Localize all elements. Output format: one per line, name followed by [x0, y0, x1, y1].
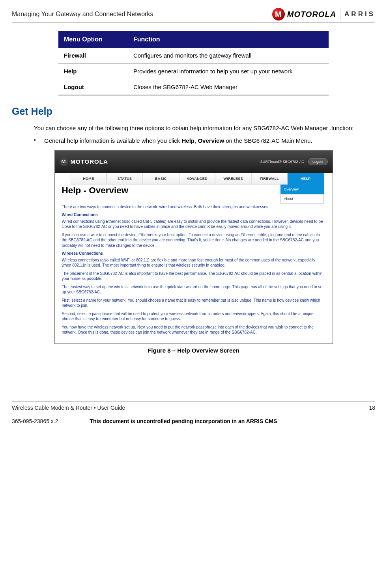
bullet-text: General help information is available wh…	[44, 137, 312, 145]
nav-firewall[interactable]: FIREWALL	[251, 173, 288, 185]
table-row: Help Provides general information to hel…	[58, 63, 329, 79]
nav-status[interactable]: STATUS	[107, 173, 143, 185]
page-footer: Wireless Cable Modem & Router • User Gui…	[12, 401, 375, 411]
cell-option: Firewall	[58, 48, 128, 63]
nav-home[interactable]: HOME	[71, 173, 107, 185]
ss-p-w2: If you can use a wire to connect the dev…	[62, 232, 325, 248]
ss-moto-mark-icon: M	[60, 157, 68, 166]
ss-p-wl3: The easiest way to set up the wireless n…	[62, 284, 325, 295]
ss-subnav: Help - Overview Overview About	[55, 185, 333, 203]
section-heading: Get Help	[12, 106, 375, 117]
footer-doc-title: Wireless Cable Modem & Router • User Gui…	[12, 405, 125, 411]
page-title: Managing Your Gateway and Connected Netw…	[12, 11, 153, 18]
ss-body: There are two ways to connect a device t…	[55, 203, 333, 343]
nav-basic[interactable]: BASIC	[143, 173, 179, 185]
nav-wireless[interactable]: WIRELESS	[215, 173, 251, 185]
ss-brand: M MOTOROLA	[60, 157, 108, 166]
bullet-item: • General help information is available …	[34, 137, 361, 145]
motorola-mark-icon: M	[272, 8, 285, 21]
bullet-text-pre: General help information is available wh…	[44, 137, 182, 144]
ss-p-wl6: You now have the wireless network set up…	[62, 325, 325, 335]
nav-help[interactable]: HELP	[288, 173, 324, 185]
ss-p-wl2: The placement of the SBG6782-AC is also …	[62, 271, 325, 282]
figure-caption: Figure 8 – Help Overview Screen	[12, 347, 375, 354]
nav-spacer	[324, 173, 333, 185]
help-overview-screenshot: M MOTOROLA SURFboard® SBG6782-AC Logout …	[54, 150, 333, 344]
nav-advanced[interactable]: ADVANCED	[179, 173, 215, 185]
bullet-text-post: on the SBG6782-AC Main Menu.	[224, 137, 312, 144]
ss-p-wl1: Wireless connections (also called Wi-Fi …	[62, 258, 325, 268]
table-row: Firewall Configures and monitors the gat…	[58, 48, 329, 63]
cell-function: Configures and monitors the gateway fire…	[128, 48, 329, 63]
bullet-dot-icon: •	[34, 137, 44, 145]
bullet-bold-overview: Overview	[198, 137, 224, 144]
footer-uncontrolled-msg: This document is uncontrolled pending in…	[90, 418, 277, 424]
ss-product-label: SURFboard® SBG6782-AC	[260, 160, 304, 164]
col-header-menu: Menu Option	[58, 31, 128, 48]
motorola-logo: M MOTOROLA	[272, 8, 336, 21]
cell-option: Logout	[58, 79, 128, 95]
cell-function: Closes the SBG6782-AC Web Manager	[128, 79, 329, 95]
footer-doc-number: 365-095-23865 x.2	[12, 418, 58, 424]
ss-topbar-right: SURFboard® SBG6782-AC Logout	[260, 158, 328, 165]
ss-p-wl4: First, select a name for your network. Y…	[62, 298, 325, 308]
ss-moto-word: MOTOROLA	[71, 158, 108, 165]
table-row: Logout Closes the SBG6782-AC Web Manager	[58, 79, 329, 95]
logo-divider	[340, 8, 340, 21]
nav-spacer	[55, 173, 71, 185]
arris-logo: ARRIS	[344, 10, 375, 18]
cell-function: Provides general information to help you…	[128, 63, 329, 79]
ss-subnav-col: Overview About	[280, 185, 324, 203]
logo-group: M MOTOROLA ARRIS	[272, 8, 375, 21]
ss-page-heading: Help - Overview	[62, 185, 273, 196]
cell-option: Help	[58, 63, 128, 79]
footer-page-number: 18	[369, 405, 375, 411]
ss-p-wl5: Second, select a passphrase that will be…	[62, 311, 325, 322]
intro-paragraph: You can choose any of the following thre…	[34, 124, 357, 132]
ss-h-wired: Wired Connections	[62, 212, 325, 218]
bullet-bold-help: Help	[182, 137, 195, 144]
col-header-function: Function	[128, 31, 329, 48]
menu-option-table: Menu Option Function Firewall Configures…	[58, 31, 329, 95]
subnav-overview[interactable]: Overview	[280, 185, 324, 194]
motorola-wordmark: MOTOROLA	[287, 10, 336, 19]
ss-h-wireless: Wireless Connections	[62, 251, 325, 256]
ss-nav-row: HOME STATUS BASIC ADVANCED WIRELESS FIRE…	[55, 173, 333, 185]
page-footer-2: 365-095-23865 x.2 This document is uncon…	[12, 418, 375, 424]
ss-intro-p: There are two ways to connect a device t…	[62, 204, 325, 210]
page-header: Managing Your Gateway and Connected Netw…	[12, 8, 375, 22]
ss-logout-button[interactable]: Logout	[308, 158, 328, 165]
ss-topbar: M MOTOROLA SURFboard® SBG6782-AC Logout	[55, 151, 333, 173]
ss-p-w1: Wired connections using Ethernet (also c…	[62, 219, 325, 230]
subnav-about[interactable]: About	[280, 194, 324, 203]
